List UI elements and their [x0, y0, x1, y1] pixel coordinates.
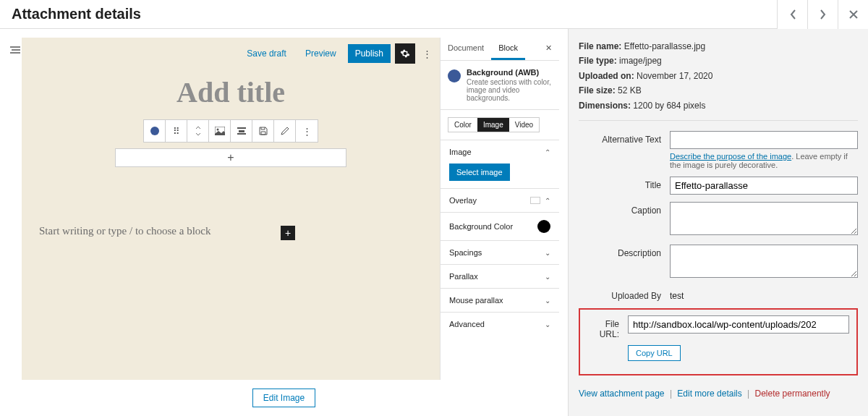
svg-rect-4 — [237, 133, 246, 135]
chevron-down-icon: ⌄ — [545, 273, 550, 281]
caption-input[interactable] — [670, 202, 858, 235]
block-toolbar: ⠿ ⋮ — [143, 119, 318, 143]
panel-advanced[interactable]: Advanced⌄ — [441, 312, 559, 336]
modal-title: Attachment details — [12, 6, 141, 22]
file-size-value: 52 KB — [618, 85, 642, 95]
view-attachment-link[interactable]: View attachment page — [579, 389, 665, 399]
title-input[interactable] — [670, 177, 858, 195]
panel-spacings[interactable]: Spacings⌄ — [441, 240, 559, 264]
add-block-bar[interactable]: + — [115, 148, 346, 167]
chevron-up-icon: ⌃ — [545, 148, 550, 156]
panel-image[interactable]: Image⌃ — [441, 140, 559, 164]
chevron-up-icon: ⌃ — [545, 197, 550, 205]
prev-attachment-button[interactable] — [777, 0, 807, 29]
publish-button[interactable]: Publish — [348, 44, 391, 63]
tab-block[interactable]: Block — [491, 38, 525, 60]
svg-point-1 — [216, 129, 218, 131]
description-input[interactable] — [670, 245, 858, 278]
settings-button[interactable] — [395, 43, 415, 64]
chevron-down-icon: ⌄ — [545, 297, 550, 305]
preview-button[interactable]: Preview — [298, 44, 344, 63]
file-url-label: File URL: — [587, 315, 628, 339]
description-label: Description — [579, 245, 670, 258]
edit-image-button[interactable]: Edit Image — [252, 389, 315, 407]
file-name-value: Effetto-parallasse.jpg — [624, 41, 706, 51]
block-prompt[interactable]: Start writing or type / to choose a bloc… — [30, 225, 431, 237]
block-name: Background (AWB) — [467, 68, 552, 77]
attachment-details-panel: File name: Effetto-parallasse.jpg File t… — [568, 29, 868, 416]
insert-block-button[interactable]: + — [281, 226, 295, 240]
edit-icon[interactable] — [274, 120, 296, 142]
file-url-input[interactable] — [628, 315, 849, 334]
alt-text-input[interactable] — [670, 131, 858, 149]
block-description: Create sections with color, image and vi… — [467, 78, 552, 102]
collapse-icon[interactable] — [9, 38, 22, 380]
seg-image[interactable]: Image — [477, 118, 509, 132]
panel-parallax[interactable]: Parallax⌄ — [441, 264, 559, 288]
dimensions-label: Dimensions: — [579, 101, 631, 111]
chevron-down-icon: ⌄ — [545, 249, 550, 257]
file-type-value: image/jpeg — [619, 56, 662, 66]
background-type-segmented: Color Image Video — [448, 117, 540, 132]
seg-color[interactable]: Color — [448, 118, 477, 132]
color-swatch[interactable] — [537, 220, 550, 233]
post-title-input[interactable]: Add title — [30, 75, 431, 109]
next-attachment-button[interactable] — [807, 0, 838, 29]
drag-handle-icon[interactable]: ⠿ — [166, 120, 187, 142]
save-icon[interactable] — [252, 120, 274, 142]
alt-help-link[interactable]: Describe the purpose of the image — [670, 152, 791, 161]
svg-rect-3 — [239, 130, 244, 132]
editor-sidebar: Document Block ✕ Background (AWB) Create… — [440, 38, 559, 380]
file-size-label: File size: — [579, 85, 616, 95]
block-more-icon[interactable]: ⋮ — [296, 120, 318, 142]
align-icon[interactable] — [231, 120, 252, 142]
uploaded-on-label: Uploaded on: — [579, 71, 634, 81]
delete-permanently-link[interactable]: Delete permanently — [755, 389, 830, 399]
caption-label: Caption — [579, 202, 670, 216]
sidebar-close-icon[interactable]: ✕ — [538, 38, 559, 60]
image-icon[interactable] — [209, 120, 231, 142]
panel-mouse-parallax[interactable]: Mouse parallax⌄ — [441, 288, 559, 312]
copy-url-button[interactable]: Copy URL — [628, 345, 681, 361]
title-label: Title — [579, 177, 670, 190]
uploaded-by-value: test — [670, 287, 858, 301]
seg-video[interactable]: Video — [509, 118, 539, 132]
tab-document[interactable]: Document — [441, 38, 491, 60]
dimensions-value: 1200 by 684 pixels — [633, 101, 705, 111]
editor-canvas: Save draft Preview Publish ⋮ Add title ⠿ — [22, 38, 440, 380]
chevron-down-icon: ⌄ — [545, 321, 550, 328]
panel-background-color[interactable]: Background Color — [441, 212, 559, 240]
edit-details-link[interactable]: Edit more details — [677, 389, 741, 399]
file-type-label: File type: — [579, 56, 617, 66]
move-icon[interactable] — [187, 120, 209, 142]
overlay-swatch[interactable] — [530, 197, 540, 204]
svg-rect-2 — [237, 127, 246, 129]
uploaded-on-value: November 17, 2020 — [637, 71, 712, 81]
panel-overlay[interactable]: Overlay⌃ — [441, 188, 559, 212]
more-options-button[interactable]: ⋮ — [420, 48, 434, 59]
save-draft-button[interactable]: Save draft — [239, 44, 294, 63]
close-button[interactable] — [838, 0, 868, 29]
block-type-icon[interactable] — [144, 120, 166, 142]
file-url-highlight: File URL: Copy URL — [579, 308, 858, 375]
alt-text-label: Alternative Text — [579, 131, 670, 145]
awb-block-icon — [448, 69, 461, 82]
uploaded-by-label: Uploaded By — [579, 287, 670, 301]
file-name-label: File name: — [579, 41, 621, 51]
select-image-button[interactable]: Select image — [449, 164, 510, 181]
